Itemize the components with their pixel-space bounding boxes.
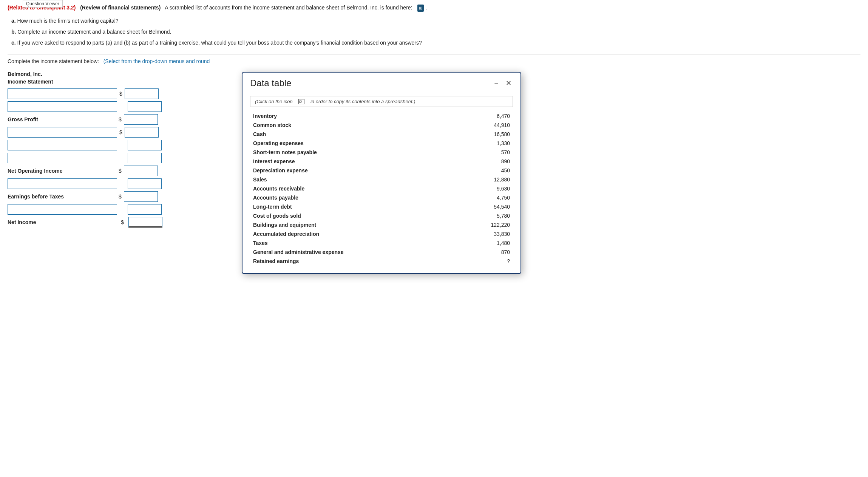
left-panel: Complete the income statement below: (Se… xyxy=(8,58,257,230)
instruction-main: Complete the income statement below: xyxy=(8,58,99,64)
data-value: 54,540 xyxy=(434,202,513,211)
form-row-4 xyxy=(8,140,227,150)
data-label: Depreciation expense xyxy=(250,166,434,175)
data-value: 6,470 xyxy=(434,112,513,121)
table-row: Accounts payable 4,750 xyxy=(250,193,513,202)
data-value: 1,330 xyxy=(434,139,513,148)
line5-value[interactable] xyxy=(128,153,162,163)
data-value: 890 xyxy=(434,157,513,166)
spreadsheet-hint: (Click on the icon ⧉ in order to copy it… xyxy=(250,96,513,107)
data-value: 4,750 xyxy=(434,193,513,202)
table-row: Buildings and equipment 122,220 xyxy=(250,220,513,229)
dollar-1: $ xyxy=(119,91,122,97)
table-row: Accounts receivable 9,630 xyxy=(250,184,513,193)
company-name: Belmond, Inc. xyxy=(8,71,249,77)
data-value: 122,220 xyxy=(434,220,513,229)
table-icon[interactable]: ⊞ xyxy=(417,5,424,12)
table-row: Depreciation expense 450 xyxy=(250,166,513,175)
form-row-6 xyxy=(8,178,227,189)
data-value: 5,780 xyxy=(434,211,513,220)
dollar-3: $ xyxy=(119,129,122,135)
data-table-modal: Data table − ✕ (Click on the icon ⧉ in o… xyxy=(242,72,521,274)
net-income-row: Net Income $ xyxy=(8,217,227,228)
line2-dropdown[interactable] xyxy=(8,101,117,112)
instruction-blue: (Select from the drop-down menus and rou… xyxy=(102,58,210,64)
data-label: Cash xyxy=(250,130,434,139)
line2-value[interactable] xyxy=(128,101,162,112)
line7-value[interactable] xyxy=(128,204,162,215)
line4-dropdown[interactable] xyxy=(8,140,117,150)
data-label: Interest expense xyxy=(250,157,434,166)
question-a: a. How much is the firm's net working ca… xyxy=(11,16,860,26)
gross-profit-row: Gross Profit $ xyxy=(8,114,227,125)
net-income-value[interactable] xyxy=(128,217,162,228)
close-button[interactable]: ✕ xyxy=(504,79,513,87)
line5-dropdown[interactable] xyxy=(8,153,117,163)
table-row: Cash 16,580 xyxy=(250,130,513,139)
line7-dropdown[interactable] xyxy=(8,204,117,215)
line1-dropdown[interactable] xyxy=(8,88,117,99)
data-label: Sales xyxy=(250,175,434,184)
table-row: Inventory 6,470 xyxy=(250,112,513,121)
statement-title: Income Statement xyxy=(8,79,249,85)
data-table: Inventory 6,470 Common stock 44,910 Cash… xyxy=(250,112,513,266)
data-label: Short-term notes payable xyxy=(250,148,434,157)
net-operating-income-label: Net Operating Income xyxy=(8,168,117,174)
data-label: Inventory xyxy=(250,112,434,121)
modal-body: (Click on the icon ⧉ in order to copy it… xyxy=(242,92,520,273)
line6-value[interactable] xyxy=(128,178,162,189)
question-viewer-label: Question Viewer xyxy=(26,1,59,6)
data-value: 9,630 xyxy=(434,184,513,193)
form-row-7 xyxy=(8,204,227,215)
data-label: Common stock xyxy=(250,121,434,130)
line3-value[interactable] xyxy=(125,127,159,138)
question-b: b. Complete an income statement and a ba… xyxy=(11,27,860,37)
data-value: ? xyxy=(434,257,513,266)
data-label: Buildings and equipment xyxy=(250,220,434,229)
modal-controls: − ✕ xyxy=(493,79,513,87)
table-row: General and administrative expense 870 xyxy=(250,248,513,257)
data-value: 870 xyxy=(434,248,513,257)
line4-value[interactable] xyxy=(128,140,162,150)
instruction-text: Complete the income statement below: (Se… xyxy=(8,58,249,64)
gross-profit-label: Gross Profit xyxy=(8,116,117,122)
earnings-before-taxes-value[interactable] xyxy=(124,191,158,202)
earnings-before-taxes-row: Earnings before Taxes $ xyxy=(8,191,227,202)
dollar-ebt: $ xyxy=(119,194,122,200)
net-operating-income-value[interactable] xyxy=(124,166,158,176)
dollar-noi: $ xyxy=(119,168,122,174)
line3-dropdown[interactable] xyxy=(8,127,117,138)
data-value: 1,480 xyxy=(434,239,513,248)
review-label: (Review of financial statements) xyxy=(80,5,161,11)
table-row: Accumulated depreciation 33,830 xyxy=(250,229,513,239)
dollar-gp: $ xyxy=(119,116,122,122)
net-income-label: Net Income xyxy=(8,219,117,225)
header-text: (Related to Checkpoint 3.2) (Review of f… xyxy=(8,4,860,12)
table-row: Taxes 1,480 xyxy=(250,239,513,248)
question-viewer-tab[interactable]: Question Viewer xyxy=(23,0,63,8)
minimize-button[interactable]: − xyxy=(493,79,500,87)
data-label: Operating expenses xyxy=(250,139,434,148)
data-value: 570 xyxy=(434,148,513,157)
data-value: 450 xyxy=(434,166,513,175)
data-label: Accounts payable xyxy=(250,193,434,202)
data-value: 44,910 xyxy=(434,121,513,130)
hint-text-2: in order to copy its contents into a spr… xyxy=(310,99,415,104)
copy-icon[interactable]: ⧉ xyxy=(298,99,304,104)
table-row: Common stock 44,910 xyxy=(250,121,513,130)
form-row-3: $ xyxy=(8,127,227,138)
gross-profit-value[interactable] xyxy=(124,114,158,125)
data-label: Retained earnings xyxy=(250,257,434,266)
income-form: $ Gross Profit $ $ xyxy=(8,88,227,228)
form-row-2 xyxy=(8,101,227,112)
data-label: Accounts receivable xyxy=(250,184,434,193)
net-operating-income-row: Net Operating Income $ xyxy=(8,166,227,176)
line1-value[interactable] xyxy=(125,88,159,99)
form-row-1: $ xyxy=(8,88,227,99)
data-value: 12,880 xyxy=(434,175,513,184)
data-label: Long-term debt xyxy=(250,202,434,211)
question-c: c. If you were asked to respond to parts… xyxy=(11,38,860,48)
line6-dropdown[interactable] xyxy=(8,178,117,189)
data-value: 33,830 xyxy=(434,229,513,239)
modal-header: Data table − ✕ xyxy=(242,73,520,92)
